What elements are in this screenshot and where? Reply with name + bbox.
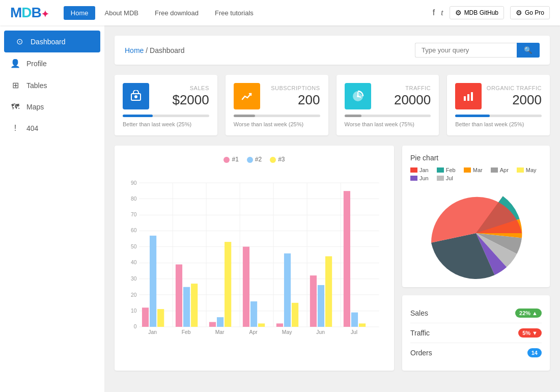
traffic-bar [345,115,362,117]
nav-links: Home About MDB Free download Free tutori… [64,6,433,20]
gopro-icon: ⚙ [516,9,522,17]
svg-text:90: 90 [131,180,137,186]
svg-point-4 [357,95,359,97]
orders-badge: 14 [527,348,542,357]
svg-text:70: 70 [131,212,137,217]
sidebar-item-profile[interactable]: 👤 Profile [0,52,104,74]
svg-text:0: 0 [134,324,137,329]
stat-list-panel: Sales 22% ▲ Traffic 5% ▼ [402,295,550,371]
sales-badge-icon: ▲ [532,310,538,316]
subscriptions-note: Worse than last week (25%) [234,121,320,127]
sidebar-item-maps[interactable]: 🗺 Maps [0,96,104,118]
nav-about[interactable]: About MDB [97,6,145,20]
pie-svg [425,187,527,279]
pie-legend-may: May [517,167,537,173]
sidebar-item-404[interactable]: ! 404 [0,118,104,139]
bar-apr-s1 [243,247,249,327]
svg-text:80: 80 [131,196,137,202]
sales-note: Better than last week (25%) [123,121,209,127]
bar-feb-s1 [176,264,182,327]
nav-right: f t ⚙ MDB GitHub ⚙ Go Pro [433,6,550,19]
nav-home[interactable]: Home [64,6,96,20]
organic-value: 2000 [487,92,542,108]
bar-may-s2 [284,254,291,327]
github-icon: ⚙ [455,9,462,17]
svg-text:Jan: Jan [148,329,157,335]
pie-legend-jan: Jan [410,167,429,173]
subscriptions-bar [234,115,255,117]
breadcrumb-current: Dashboard [150,46,185,54]
svg-text:20: 20 [131,292,137,298]
stat-cards: SALES $2000 Better than last week (25%) [115,75,550,135]
bar-apr-s2 [250,301,257,327]
twitter-icon[interactable]: t [441,8,443,17]
facebook-icon[interactable]: f [433,8,435,17]
pie-legend-apr: Apr [491,167,509,173]
pie-color-jan [410,167,417,173]
svg-rect-5 [464,96,466,101]
svg-text:Mar: Mar [215,329,225,335]
svg-text:May: May [282,329,292,335]
svg-text:Apr: Apr [249,329,258,335]
sidebar-item-tables[interactable]: ⊞ Tables [0,74,104,96]
search-button[interactable]: 🔍 [517,43,540,58]
search-area: 🔍 [415,43,540,58]
profile-icon: 👤 [10,59,20,68]
pie-color-mar [464,167,471,173]
bar-chart-svg: 0 10 20 30 40 50 60 70 80 90 [125,168,384,351]
bar-chart-panel: #1 #2 #3 0 10 20 30 40 50 60 70 [115,146,394,371]
stat-list-orders: Orders 14 [410,343,542,362]
nav-download[interactable]: Free download [148,6,206,20]
svg-text:Jul: Jul [351,329,357,335]
organic-note: Better than last week (25%) [455,121,542,127]
traffic-badge-icon: ▼ [532,330,538,336]
sidebar-item-dashboard[interactable]: ⊙ Dashboard [4,31,100,52]
github-button[interactable]: ⚙ MDB GitHub [450,6,504,19]
pie-color-may [517,167,524,173]
breadcrumb-separator: / [146,46,150,54]
traffic-badge: 5% ▼ [518,328,542,338]
organic-bar-bg [455,115,542,117]
svg-point-1 [134,95,137,98]
top-nav: MDB✦ Home About MDB Free download Free t… [0,0,560,25]
pie-panel: Pie chart Jan Feb Mar [402,146,550,287]
bar-jun-s2 [318,285,324,327]
subscriptions-value: 200 [271,92,320,108]
traffic-bar-bg [345,115,431,117]
svg-text:40: 40 [131,260,137,265]
search-input[interactable] [415,43,517,58]
breadcrumb-panel: Home / Dashboard 🔍 [115,36,550,65]
layout: ⊙ Dashboard 👤 Profile ⊞ Tables 🗺 Maps ! … [0,25,560,392]
svg-text:50: 50 [131,244,137,249]
traffic-icon [345,83,371,109]
traffic-note: Worse than last week (75%) [345,121,431,127]
bar-may-s1 [276,323,283,327]
pie-color-feb [437,167,444,173]
svg-text:10: 10 [131,308,137,314]
nav-tutorials[interactable]: Free tutorials [208,6,261,20]
bar-feb-s2 [183,287,190,327]
stat-list-sales: Sales 22% ▲ [410,303,542,323]
error-icon: ! [10,124,20,133]
stat-list-traffic-label: Traffic [410,329,430,337]
sales-badge: 22% ▲ [515,309,542,318]
bar-jan-s2 [150,236,156,327]
pie-legend: Jan Feb Mar Apr [410,167,542,181]
subscriptions-bar-bg [234,115,320,117]
svg-text:Feb: Feb [182,329,191,335]
svg-text:Jun: Jun [316,329,325,335]
gopro-button[interactable]: ⚙ Go Pro [510,6,550,19]
pie-legend-feb: Feb [437,167,456,173]
pie-color-jul [437,176,444,181]
stat-list-sales-label: Sales [410,309,428,317]
svg-text:60: 60 [131,228,137,233]
sales-bar [123,115,153,117]
legend-2: #2 [247,156,262,163]
svg-rect-7 [471,92,473,101]
svg-text:30: 30 [131,276,137,282]
pie-legend-mar: Mar [464,167,483,173]
subscriptions-icon [234,83,260,109]
breadcrumb-home[interactable]: Home [125,46,144,54]
tables-icon: ⊞ [10,80,20,90]
stat-card-traffic: TRAFFIC 20000 Worse than last week (75%) [337,75,439,135]
